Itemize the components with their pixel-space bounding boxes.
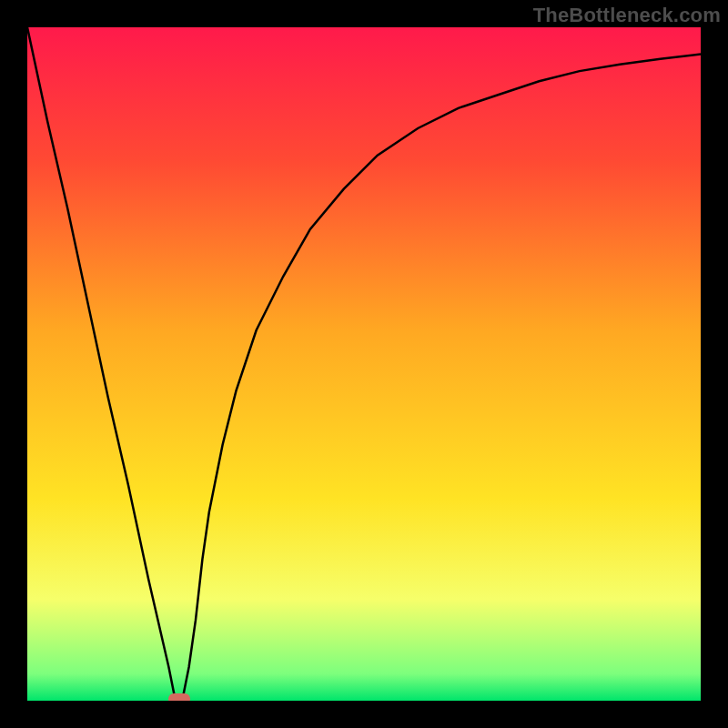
chart-frame: TheBottleneck.com [0, 0, 728, 728]
optimal-point-marker [168, 693, 190, 701]
plot-area [27, 27, 701, 701]
chart-svg [27, 27, 701, 701]
gradient-background [27, 27, 701, 701]
watermark-text: TheBottleneck.com [533, 4, 721, 27]
